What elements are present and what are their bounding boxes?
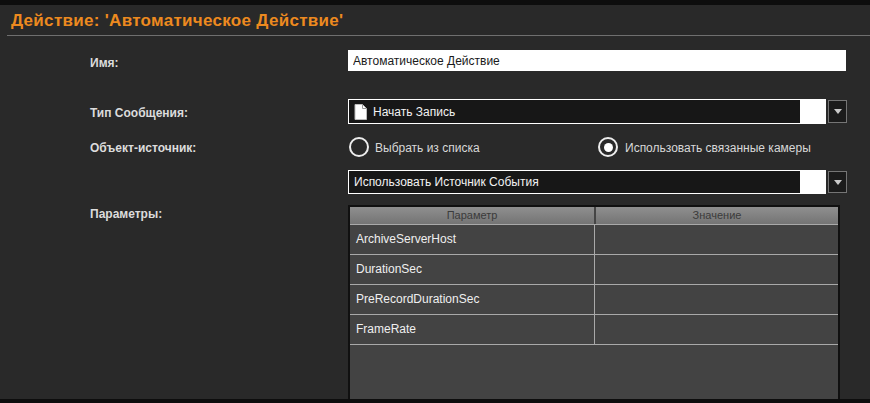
source-object-label: Объект-источник: — [90, 141, 196, 155]
source-mode-selected-item: Использовать Источник События — [349, 171, 800, 193]
parameters-table-header: Параметр Значение — [350, 207, 838, 224]
parameter-name-cell[interactable]: PreRecordDurationSec — [350, 285, 595, 314]
parameters-label: Параметры: — [90, 207, 162, 221]
radio-select-from-list[interactable] — [349, 137, 369, 157]
parameter-name-cell[interactable]: FrameRate — [350, 315, 595, 344]
message-type-selected-item: Начать Запись — [349, 100, 800, 123]
top-border — [0, 0, 870, 5]
radio-use-linked-cameras[interactable] — [598, 137, 618, 157]
name-input[interactable] — [348, 50, 846, 71]
parameter-value-cell[interactable] — [595, 255, 838, 284]
message-type-dropdown-button[interactable] — [828, 100, 847, 123]
parameters-table-body: ArchiveServerHost DurationSec PreRecordD… — [350, 224, 838, 345]
source-mode-value: Использовать Источник События — [354, 175, 539, 189]
parameter-value-cell[interactable] — [595, 225, 838, 254]
message-type-value: Начать Запись — [373, 105, 455, 119]
column-header-value[interactable]: Значение — [596, 207, 838, 224]
table-row[interactable]: FrameRate — [350, 315, 838, 345]
title-divider — [7, 35, 870, 36]
message-type-label: Тип Сообщения: — [90, 106, 188, 120]
parameters-table: Параметр Значение ArchiveServerHost Dura… — [348, 205, 840, 401]
name-label: Имя: — [90, 56, 119, 70]
radio-select-from-list-label: Выбрать из списка — [375, 141, 480, 155]
chevron-down-icon — [834, 109, 842, 114]
parameter-name-cell[interactable]: DurationSec — [350, 255, 595, 284]
table-row[interactable]: PreRecordDurationSec — [350, 285, 838, 315]
table-row[interactable]: ArchiveServerHost — [350, 225, 838, 255]
source-mode-dropdown-button[interactable] — [828, 171, 847, 193]
message-type-select[interactable]: Начать Запись — [348, 99, 826, 124]
bottom-border — [0, 399, 870, 403]
table-row[interactable]: DurationSec — [350, 255, 838, 285]
source-mode-select[interactable]: Использовать Источник События — [348, 170, 826, 194]
action-editor-panel: Действие: 'Автоматическое Действие' Имя:… — [0, 0, 870, 403]
chevron-down-icon — [834, 180, 842, 185]
parameter-name-cell[interactable]: ArchiveServerHost — [350, 225, 595, 254]
parameter-value-cell[interactable] — [595, 285, 838, 314]
document-icon — [354, 104, 367, 120]
radio-use-linked-cameras-label: Использовать связанные камеры — [625, 141, 811, 155]
parameter-value-cell[interactable] — [595, 315, 838, 344]
column-header-parameter[interactable]: Параметр — [350, 207, 596, 224]
page-title: Действие: 'Автоматическое Действие' — [11, 11, 343, 31]
